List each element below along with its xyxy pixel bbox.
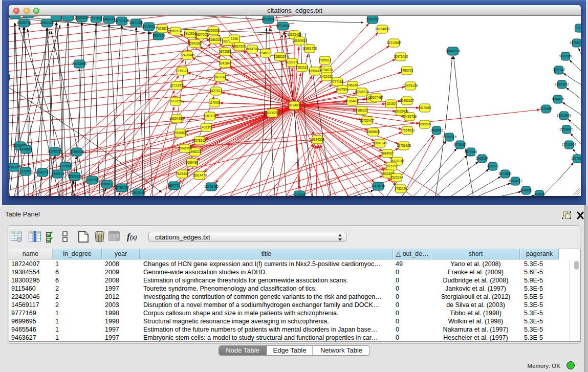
svg-text:13325419: 13325419 [287, 33, 302, 36]
svg-text:12923446: 12923446 [131, 191, 146, 194]
svg-text:20691406: 20691406 [40, 21, 55, 25]
svg-text:1244415: 1244415 [552, 97, 564, 101]
svg-text:32975487: 32975487 [58, 164, 73, 168]
svg-text:924565: 924565 [534, 192, 545, 196]
svg-text:9242845: 9242845 [219, 61, 232, 65]
svg-text:9245652: 9245652 [520, 188, 533, 192]
svg-text:12975125: 12975125 [403, 84, 418, 87]
svg-text:12942737: 12942737 [35, 170, 50, 174]
svg-text:19359215: 19359215 [442, 135, 457, 139]
svg-text:7857224: 7857224 [153, 34, 165, 37]
svg-text:16154808: 16154808 [375, 27, 390, 31]
svg-text:7625402: 7625402 [176, 172, 189, 176]
svg-text:1112: 1112 [576, 26, 581, 30]
svg-text:10507487: 10507487 [369, 96, 384, 99]
svg-text:1167533: 1167533 [571, 157, 581, 160]
svg-text:11156829: 11156829 [18, 169, 33, 173]
svg-text:12093832: 12093832 [555, 82, 570, 86]
svg-text:14055724: 14055724 [17, 21, 32, 25]
svg-text:2718126: 2718126 [176, 69, 189, 73]
svg-text:19654985: 19654985 [169, 117, 184, 120]
svg-text:16210643: 16210643 [557, 114, 572, 117]
svg-text:3267130: 3267130 [204, 114, 216, 118]
svg-text:1440953: 1440953 [430, 128, 443, 132]
svg-text:16671355: 16671355 [129, 21, 144, 25]
svg-text:8186328: 8186328 [209, 38, 222, 41]
svg-text:10973493: 10973493 [394, 55, 408, 58]
svg-text:9777169: 9777169 [331, 80, 344, 83]
svg-text:15751074: 15751074 [570, 41, 581, 45]
svg-text:10653267: 10653267 [75, 16, 90, 19]
svg-text:9699695: 9699695 [419, 122, 431, 126]
svg-text:16648794: 16648794 [446, 49, 461, 53]
svg-text:10654112: 10654112 [508, 179, 522, 183]
svg-text:19756928: 19756928 [397, 144, 411, 147]
svg-text:25300213: 25300213 [265, 111, 280, 115]
svg-text:6466160: 6466160 [103, 17, 116, 21]
svg-text:7515526: 7515526 [143, 25, 156, 28]
svg-text:18245374: 18245374 [355, 90, 369, 94]
svg-text:8813054: 8813054 [262, 17, 275, 21]
svg-text:14383001: 14383001 [9, 165, 21, 169]
svg-text:1292344: 1292344 [293, 193, 306, 196]
svg-text:16543382: 16543382 [188, 41, 203, 45]
svg-text:9857791: 9857791 [168, 184, 181, 187]
svg-text:5226058: 5226058 [207, 29, 220, 32]
svg-text:7955812: 7955812 [319, 58, 332, 62]
svg-text:9099489: 9099489 [186, 161, 199, 164]
svg-text:2867605: 2867605 [233, 45, 246, 48]
svg-text:18807249: 18807249 [373, 141, 387, 145]
svg-text:13716485: 13716485 [204, 185, 219, 188]
svg-text:17654923: 17654923 [400, 128, 415, 132]
svg-text:4498222: 4498222 [189, 150, 202, 154]
svg-text:14136141: 14136141 [371, 184, 386, 188]
svg-text:15720407: 15720407 [360, 119, 375, 122]
svg-text:18640910: 18640910 [292, 39, 307, 42]
svg-text:1435359: 1435359 [200, 125, 213, 129]
svg-text:1527602: 1527602 [90, 16, 103, 20]
svg-text:18724007: 18724007 [287, 103, 302, 107]
svg-text:9146821: 9146821 [259, 51, 272, 55]
svg-text:17359928: 17359928 [70, 150, 84, 154]
svg-text:6990443: 6990443 [309, 69, 321, 73]
svg-text:3215955: 3215955 [540, 107, 553, 111]
svg-text:8471636: 8471636 [499, 172, 512, 176]
svg-text:2603144: 2603144 [214, 75, 227, 79]
svg-text:6794024: 6794024 [320, 68, 333, 72]
svg-text:1345134: 1345134 [52, 172, 64, 176]
svg-text:9884067: 9884067 [381, 151, 394, 155]
svg-text:19384554: 19384554 [310, 138, 325, 141]
svg-text:7485003: 7485003 [401, 69, 413, 72]
svg-text:10688609: 10688609 [366, 130, 381, 134]
svg-text:822037: 822037 [286, 60, 297, 64]
svg-text:6497505: 6497505 [336, 87, 349, 91]
svg-text:12213957: 12213957 [387, 41, 402, 45]
svg-text:20206536: 20206536 [48, 149, 62, 153]
svg-text:20053946: 20053946 [72, 62, 87, 65]
svg-text:1562615: 1562615 [296, 65, 309, 69]
svg-text:19463627: 19463627 [400, 99, 415, 102]
svg-text:17957225: 17957225 [85, 178, 100, 182]
svg-text:1546: 1546 [231, 37, 238, 40]
svg-text:22420046: 22420046 [180, 53, 195, 57]
svg-text:7663822: 7663822 [156, 27, 169, 30]
svg-text:2522314: 2522314 [390, 176, 403, 179]
svg-text:8427512: 8427512 [210, 89, 223, 93]
svg-text:746246: 746246 [347, 83, 358, 87]
svg-text:16782759: 16782759 [115, 186, 129, 189]
svg-text:10719155: 10719155 [115, 19, 129, 23]
svg-text:62160: 62160 [386, 102, 396, 105]
svg-text:22495758: 22495758 [402, 115, 417, 118]
svg-text:2087652: 2087652 [366, 17, 379, 21]
svg-text:9227342: 9227342 [553, 68, 565, 72]
svg-text:1733426: 1733426 [395, 187, 407, 190]
svg-text:6479197: 6479197 [454, 143, 467, 146]
svg-text:8578312: 8578312 [193, 139, 206, 142]
svg-text:12213302: 12213302 [170, 83, 185, 87]
svg-text:9860124: 9860124 [169, 29, 182, 33]
svg-text:17016504: 17016504 [562, 143, 577, 146]
svg-text:1588520: 1588520 [274, 55, 287, 58]
svg-text:15692971: 15692971 [559, 127, 574, 131]
svg-text:7986322: 7986322 [356, 108, 368, 112]
svg-text:10958127: 10958127 [100, 182, 115, 186]
